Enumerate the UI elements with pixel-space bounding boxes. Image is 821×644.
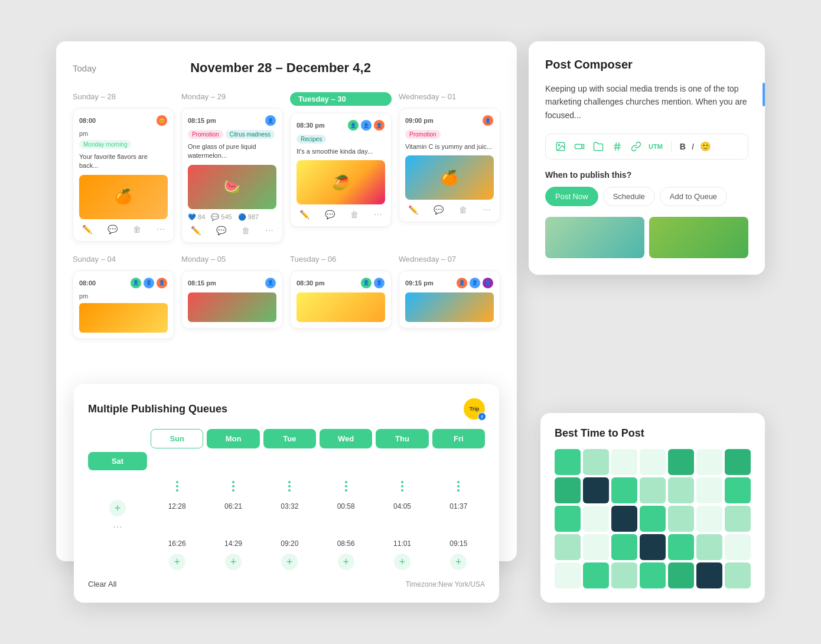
more-btn-tue30[interactable]: ⋯ [371, 209, 385, 220]
utm-label[interactable]: UTM [649, 140, 663, 153]
emoji-button[interactable]: 🙂 [700, 141, 711, 152]
queue-day-tue[interactable]: Tue [263, 429, 316, 448]
day-col-mon05: Monday – 05 08:15 pm 👤 [181, 255, 283, 339]
queue-dots-row [88, 476, 485, 496]
post-actions-mon29: ✏️ 💬 🗑 ⋯ [188, 225, 276, 236]
heatmap-cell-1 [583, 449, 609, 475]
post-text-wed01: Vitamin C is yummy and juic... [405, 142, 494, 151]
av3-wed07: 👤 [482, 277, 494, 289]
clear-all-button[interactable]: Clear All [88, 580, 116, 588]
queues-panel: Multiple Publishing Queues Trip f Sun Mo… [74, 384, 499, 603]
post-tags-sun28: Monday morning [79, 140, 168, 149]
post-tags-mon29: Promotion Citrus madness [188, 130, 276, 139]
partial-avatars-tue06: 👤 👤 [360, 277, 385, 289]
q-dots-fri [376, 476, 428, 496]
more-btn-wed01[interactable]: ⋯ [480, 204, 494, 216]
partial-header-tue06: 08:30 pm 👤 👤 [297, 277, 385, 289]
add-time-fri[interactable]: + [394, 554, 410, 570]
heatmap-cell-14 [555, 506, 581, 532]
add-time-wed[interactable]: + [281, 554, 298, 570]
comment-btn-mon29[interactable]: 💬 [213, 225, 229, 236]
post-now-button[interactable]: Post Now [545, 187, 598, 206]
svg-line-7 [618, 142, 620, 151]
post-time-wed01: 09:00 pm [405, 117, 434, 124]
queue-day-sun[interactable]: Sun [151, 429, 203, 448]
more-queue-btn[interactable]: ⋯ [88, 520, 147, 534]
folder-icon[interactable] [592, 140, 605, 153]
queue-day-wed[interactable]: Wed [320, 429, 372, 448]
hash-icon[interactable] [611, 140, 624, 153]
add-thu: + [320, 554, 372, 570]
add-to-queue-button[interactable]: Add to Queue [660, 187, 727, 206]
comment-btn-tue30[interactable]: 💬 [322, 209, 338, 220]
edit-btn-wed01[interactable]: ✏️ [405, 204, 421, 216]
toolbar-separator [671, 141, 672, 152]
today-button[interactable]: Today [73, 63, 96, 73]
tag-promotion-mon29: Promotion [188, 130, 223, 139]
comment-btn-sun28[interactable]: 💬 [105, 223, 120, 235]
italic-button[interactable]: I [692, 142, 694, 151]
more-btn-sun28[interactable]: ⋯ [154, 223, 168, 235]
day-col-tue30: Tuesday – 30 08:30 pm 👤 👤 👤 Recipes It's… [290, 92, 392, 243]
avatar-mon29: 👤 [265, 115, 276, 126]
heatmap-cell-34 [725, 562, 751, 588]
tag-monday-morning: Monday morning [79, 140, 131, 149]
post-actions-tue30: ✏️ 💬 🗑 ⋯ [297, 209, 385, 220]
comment-btn-wed01[interactable]: 💬 [431, 204, 447, 216]
publish-options: Post Now Schedule Add to Queue [545, 187, 748, 206]
app-wrapper: Today November 28 – December 4,2 Sunday … [56, 41, 765, 603]
post-card-header-sun28: 08:00 😊 [79, 115, 168, 126]
delete-btn-tue30[interactable]: 🗑 [347, 209, 361, 220]
bold-button[interactable]: B [680, 142, 686, 151]
heatmap-cell-7 [555, 477, 581, 503]
partial-header-sun04: 08:00 👤 👤 👤 [79, 277, 168, 289]
heatmap-cell-8 [583, 477, 609, 503]
comment-stat: 💬 545 [211, 213, 232, 221]
date-range: November 28 – December 4,2 [190, 60, 371, 76]
delete-btn-sun28[interactable]: 🗑 [130, 223, 144, 235]
more-btn-mon29[interactable]: ⋯ [262, 225, 276, 236]
heatmap-cell-31 [640, 562, 666, 588]
queue-day-sat[interactable]: Sat [88, 452, 147, 470]
add-time-sat[interactable]: + [450, 554, 467, 570]
heatmap-cell-29 [583, 562, 609, 588]
q-empty-row2 [88, 537, 147, 550]
edit-btn-mon29[interactable]: ✏️ [188, 225, 204, 236]
add-time-thu[interactable]: + [338, 554, 354, 570]
queue-day-fri[interactable]: Fri [432, 429, 485, 448]
heatmap-cell-16 [611, 506, 637, 532]
avatar2-tue30: 👤 [360, 119, 372, 131]
queue-time-fri-1: 04:05 [376, 500, 428, 516]
partial-time-mon05: 08:15 pm [188, 279, 216, 287]
image-icon[interactable] [554, 140, 567, 153]
post-actions-sun28: ✏️ 💬 🗑 ⋯ [79, 223, 168, 235]
queue-time-thu-1: 00:58 [320, 500, 372, 516]
heatmap-cell-11 [668, 477, 694, 503]
heatmap-cell-30 [611, 562, 637, 588]
add-tue: + [207, 554, 259, 570]
delete-btn-mon29[interactable]: 🗑 [239, 225, 253, 236]
post-avatars-mon29: 👤 [265, 115, 276, 126]
schedule-button[interactable]: Schedule [603, 187, 655, 206]
link-icon[interactable] [630, 140, 643, 153]
queue-day-thu[interactable]: Thu [376, 429, 428, 448]
delete-btn-wed01[interactable]: 🗑 [456, 204, 470, 216]
add-fri: + [376, 554, 428, 570]
add-time-tue[interactable]: + [225, 554, 242, 570]
queue-time-sat-1: 01:37 [432, 500, 485, 516]
post-card-sun28: 08:00 😊 pm Monday morning Your favorite … [73, 108, 174, 242]
day-label-mon29: Monday – 29 [181, 92, 283, 101]
edit-btn-sun28[interactable]: ✏️ [79, 223, 95, 235]
main-header: Today November 28 – December 4,2 [73, 60, 500, 76]
add-time-sun[interactable]: + [109, 500, 126, 516]
day-col-wed07: Wednesday – 07 09:15 pm 👤 👤 👤 [399, 255, 500, 339]
partial-img-wed07 [405, 292, 494, 322]
queue-times-row2: 16:26 14:29 09:20 08:56 11:01 09:15 [88, 537, 485, 550]
video-icon[interactable] [573, 140, 586, 153]
queue-add-row: + + + + + + [88, 554, 485, 570]
edit-btn-tue30[interactable]: ✏️ [297, 209, 312, 220]
heart-stat: 💙 84 [188, 213, 205, 221]
queue-day-mon[interactable]: Mon [207, 429, 259, 448]
fb-badge: f [478, 412, 486, 421]
add-time-mon[interactable]: + [169, 554, 185, 570]
